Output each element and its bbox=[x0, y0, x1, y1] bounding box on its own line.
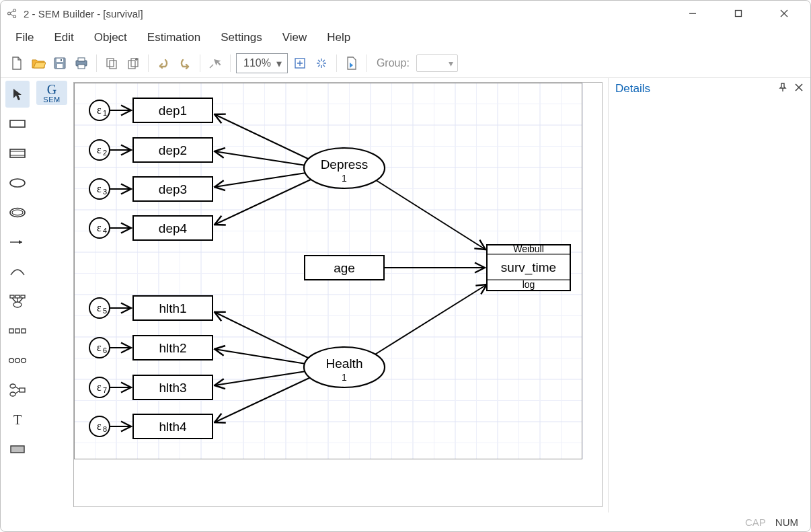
group-select[interactable]: ▾ bbox=[416, 54, 458, 72]
svg-text:ε: ε bbox=[97, 420, 102, 432]
svg-point-1 bbox=[13, 9, 16, 12]
menu-bar: File Edit Object Estimation Settings Vie… bbox=[1, 26, 810, 49]
gsem-mode-button[interactable]: G SEM bbox=[36, 81, 67, 105]
observed-dep3[interactable]: dep3 bbox=[133, 177, 213, 201]
latent-health[interactable]: Health 1 bbox=[304, 347, 385, 387]
svg-rect-33 bbox=[21, 295, 25, 298]
svg-text:dep2: dep2 bbox=[159, 143, 187, 157]
svg-line-48 bbox=[15, 387, 20, 389]
menu-edit[interactable]: Edit bbox=[46, 28, 81, 47]
menu-view[interactable]: View bbox=[274, 28, 315, 47]
tool-text-icon[interactable]: T bbox=[5, 406, 30, 433]
diagram-canvas[interactable]: ε1 ε2 ε3 ε4 ε5 ε6 ε7 ε8 dep1 dep2 dep3 d… bbox=[69, 78, 608, 512]
observed-dep1[interactable]: dep1 bbox=[133, 98, 213, 122]
close-panel-icon[interactable] bbox=[794, 82, 804, 96]
tool-observed-gsem-rect-icon[interactable] bbox=[5, 140, 30, 167]
tool-latent-ellipse-icon[interactable] bbox=[5, 169, 30, 196]
maximize-button[interactable] bbox=[726, 5, 751, 22]
svg-text:7: 7 bbox=[103, 386, 107, 394]
svg-rect-40 bbox=[15, 329, 20, 333]
error-term-e2[interactable]: ε2 bbox=[89, 140, 110, 160]
svg-text:2: 2 bbox=[103, 149, 107, 157]
error-term-e6[interactable]: ε6 bbox=[89, 338, 110, 358]
tool-select[interactable] bbox=[5, 81, 30, 108]
redo-icon[interactable] bbox=[176, 54, 194, 73]
svg-text:log: log bbox=[523, 279, 535, 290]
observed-dep4[interactable]: dep4 bbox=[133, 216, 213, 240]
run-estimate-icon[interactable] bbox=[342, 54, 361, 73]
minimize-button[interactable] bbox=[680, 5, 705, 22]
status-bar: CAP NUM bbox=[1, 512, 810, 531]
error-term-e4[interactable]: ε4 bbox=[89, 218, 110, 238]
menu-file[interactable]: File bbox=[7, 28, 42, 47]
svg-text:hlth1: hlth1 bbox=[159, 301, 186, 315]
observed-hlth1[interactable]: hlth1 bbox=[133, 296, 213, 320]
menu-help[interactable]: Help bbox=[319, 28, 358, 47]
error-term-e1[interactable]: ε1 bbox=[89, 100, 110, 120]
svg-rect-11 bbox=[57, 64, 63, 68]
new-file-icon[interactable] bbox=[7, 54, 26, 73]
tool-covariance-icon[interactable] bbox=[5, 258, 30, 285]
fit-width-icon[interactable] bbox=[312, 54, 331, 73]
svg-rect-12 bbox=[61, 59, 62, 61]
gsem-g-label: G bbox=[47, 83, 56, 96]
tool-regression-icon[interactable] bbox=[5, 377, 30, 404]
svg-text:Depress: Depress bbox=[321, 157, 369, 172]
error-term-e5[interactable]: ε5 bbox=[89, 298, 110, 318]
details-panel: Details bbox=[608, 78, 810, 512]
svg-text:ε: ε bbox=[97, 183, 102, 194]
svg-text:1: 1 bbox=[103, 109, 107, 117]
menu-object[interactable]: Object bbox=[86, 28, 135, 47]
zoom-select[interactable]: 110% ▾ bbox=[236, 53, 288, 73]
observed-age[interactable]: age bbox=[305, 256, 384, 280]
outcome-surv-time[interactable]: Weibull surv_time log bbox=[487, 243, 570, 291]
observed-hlth4[interactable]: hlth4 bbox=[133, 414, 213, 439]
svg-text:hlth3: hlth3 bbox=[159, 381, 186, 395]
svg-point-45 bbox=[10, 384, 15, 388]
tool-observed-set-icon[interactable] bbox=[5, 317, 30, 344]
error-term-e8[interactable]: ε8 bbox=[89, 416, 110, 436]
svg-text:ε: ε bbox=[97, 302, 102, 313]
error-term-e3[interactable]: ε3 bbox=[89, 179, 110, 199]
open-file-icon[interactable] bbox=[29, 54, 48, 73]
chevron-down-icon: ▾ bbox=[276, 57, 282, 70]
observed-dep2[interactable]: dep2 bbox=[133, 138, 213, 162]
error-term-e7[interactable]: ε7 bbox=[89, 377, 110, 397]
tool-path-icon[interactable] bbox=[5, 229, 30, 256]
save-icon[interactable] bbox=[50, 54, 69, 73]
details-title: Details bbox=[615, 82, 650, 96]
menu-settings[interactable]: Settings bbox=[213, 28, 270, 47]
pin-icon[interactable] bbox=[778, 82, 787, 96]
tool-latent-set-icon[interactable] bbox=[5, 347, 30, 374]
tool-latent-double-ellipse-icon[interactable] bbox=[5, 199, 30, 226]
fit-page-icon[interactable] bbox=[291, 54, 309, 73]
copy-icon[interactable] bbox=[102, 54, 121, 73]
zoom-value: 110% bbox=[243, 57, 271, 69]
svg-rect-41 bbox=[22, 329, 26, 333]
print-icon[interactable] bbox=[72, 54, 91, 73]
svg-text:8: 8 bbox=[103, 425, 107, 433]
paste-icon[interactable] bbox=[124, 54, 143, 73]
svg-text:ε: ε bbox=[97, 381, 102, 393]
group-label: Group: bbox=[377, 57, 410, 69]
svg-point-42 bbox=[9, 358, 14, 363]
latent-depress[interactable]: Depress 1 bbox=[304, 148, 385, 188]
svg-text:ε: ε bbox=[97, 222, 102, 233]
pointer-break-icon[interactable] bbox=[206, 54, 225, 73]
svg-point-43 bbox=[15, 358, 20, 363]
tool-observed-rect-icon[interactable] bbox=[5, 110, 30, 137]
svg-line-3 bbox=[10, 11, 13, 13]
close-button[interactable] bbox=[771, 5, 797, 22]
svg-rect-17 bbox=[110, 61, 116, 69]
tool-area-icon[interactable] bbox=[5, 436, 30, 463]
observed-hlth3[interactable]: hlth3 bbox=[133, 375, 213, 400]
svg-text:ε: ε bbox=[97, 104, 102, 116]
observed-hlth2[interactable]: hlth2 bbox=[133, 336, 213, 360]
gsem-sem-label: SEM bbox=[43, 96, 60, 104]
svg-text:6: 6 bbox=[103, 346, 107, 354]
undo-icon[interactable] bbox=[154, 54, 173, 73]
svg-line-36 bbox=[12, 298, 16, 303]
svg-rect-39 bbox=[9, 329, 13, 333]
tool-measurement-tree-icon[interactable] bbox=[5, 288, 30, 315]
menu-estimation[interactable]: Estimation bbox=[139, 28, 208, 47]
